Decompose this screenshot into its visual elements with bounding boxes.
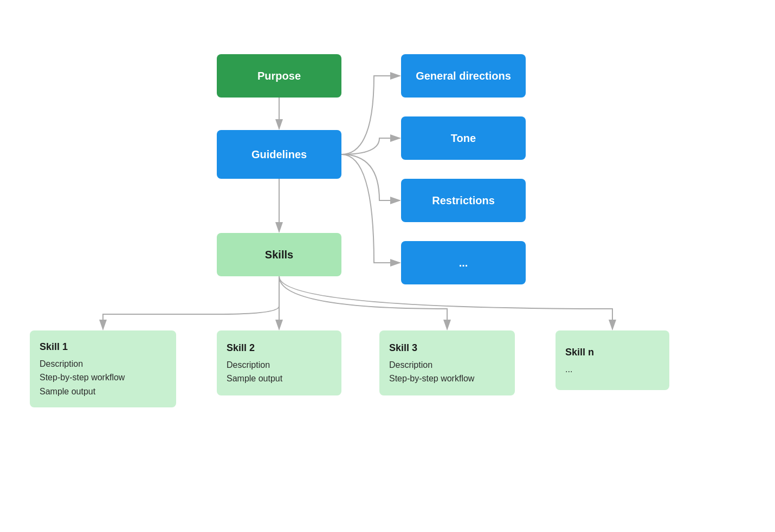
purpose-node: Purpose <box>217 54 341 98</box>
guidelines-label: Guidelines <box>251 148 307 161</box>
tone-node: Tone <box>401 116 526 160</box>
skill1-line3: Sample output <box>40 385 95 399</box>
ellipsis-right-label: ... <box>459 257 468 269</box>
skill2-line2: Sample output <box>227 372 282 386</box>
purpose-label: Purpose <box>257 70 301 82</box>
diagram-container: Purpose Guidelines General directions To… <box>0 0 775 532</box>
skill1-node: Skill 1 Description Step-by-step workflo… <box>30 330 176 407</box>
skill1-title: Skill 1 <box>40 339 68 355</box>
skilln-title: Skill n <box>565 345 594 360</box>
connectors-svg <box>0 0 775 532</box>
skill3-line1: Description <box>389 358 432 372</box>
skill1-line2: Step-by-step workflow <box>40 371 125 385</box>
guidelines-node: Guidelines <box>217 130 341 179</box>
skill1-line1: Description <box>40 357 83 371</box>
skilln-node: Skill n ... <box>556 330 669 390</box>
general-directions-label: General directions <box>416 70 511 82</box>
skilln-line1: ... <box>565 362 572 377</box>
skill2-node: Skill 2 Description Sample output <box>217 330 341 395</box>
tone-label: Tone <box>451 132 476 145</box>
skills-label: Skills <box>265 249 293 261</box>
skill3-line2: Step-by-step workflow <box>389 372 474 386</box>
skills-node: Skills <box>217 233 341 276</box>
skill2-title: Skill 2 <box>227 340 255 356</box>
skill3-title: Skill 3 <box>389 340 417 356</box>
skill2-line1: Description <box>227 358 270 372</box>
restrictions-node: Restrictions <box>401 179 526 222</box>
general-directions-node: General directions <box>401 54 526 98</box>
restrictions-label: Restrictions <box>432 194 495 207</box>
ellipsis-right-node: ... <box>401 241 526 284</box>
skill3-node: Skill 3 Description Step-by-step workflo… <box>379 330 515 395</box>
